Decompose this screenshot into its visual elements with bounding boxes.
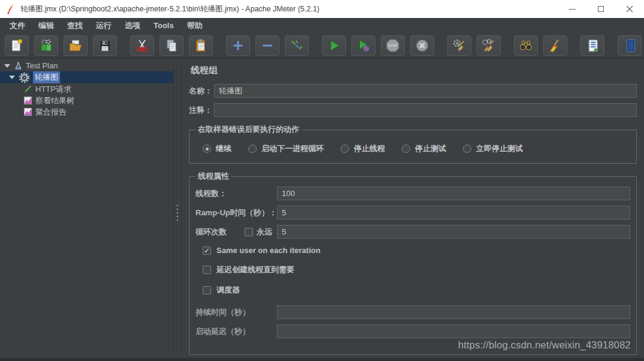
- search-reset-button[interactable]: [543, 35, 567, 56]
- function-helper-icon: [585, 38, 600, 53]
- menu-options[interactable]: 选项: [118, 19, 147, 33]
- menu-edit[interactable]: 编辑: [32, 19, 61, 33]
- menu-bar: 文件 编辑 查找 运行 选项 Tools 帮助: [0, 18, 644, 34]
- start-icon: [326, 38, 342, 53]
- page-title: 线程组: [191, 65, 637, 76]
- delayed-start-row[interactable]: 延迟创建线程直到需要: [203, 264, 631, 275]
- expand-arrow-icon[interactable]: [9, 76, 15, 79]
- radio-label: 停止线程: [354, 143, 385, 154]
- new-button[interactable]: [5, 35, 29, 56]
- menu-help[interactable]: 帮助: [180, 19, 209, 33]
- toggle-button[interactable]: [285, 35, 309, 56]
- tree-label-selected: 轮播图: [33, 71, 60, 83]
- http-sampler-icon: [23, 85, 32, 94]
- search-button[interactable]: [514, 35, 538, 56]
- plus-icon: [230, 38, 246, 53]
- copy-button[interactable]: [160, 35, 183, 56]
- same-user-row[interactable]: ✓ Same user on each iteration: [203, 246, 631, 255]
- loops-label: 循环次数: [195, 227, 245, 237]
- window-bottom-edge: [0, 358, 644, 361]
- cut-icon: [134, 38, 150, 53]
- name-label: 名称：: [189, 86, 214, 97]
- menu-run[interactable]: 运行: [89, 19, 118, 33]
- clear-all-icon: [481, 38, 496, 53]
- same-user-checkbox[interactable]: ✓: [203, 246, 211, 255]
- radio-stop-test[interactable]: 停止测试: [402, 143, 446, 154]
- radio-label: 启动下一进程循环: [261, 143, 324, 154]
- thread-properties-group: 线程属性 线程数： Ramp-Up时间（秒）： 循环次数 永远: [189, 171, 637, 355]
- threads-label: 线程数：: [195, 188, 277, 199]
- tree-item-http-request[interactable]: HTTP请求: [0, 83, 173, 95]
- tree-item-test-plan[interactable]: Test Plan: [0, 60, 173, 71]
- clipped-toolbar-button[interactable]: [618, 35, 642, 56]
- tree-label: 聚合报告: [35, 107, 67, 118]
- cut-button[interactable]: [130, 35, 154, 56]
- function-helper-button[interactable]: [580, 35, 604, 56]
- clear-all-button[interactable]: [477, 35, 501, 56]
- radio-icon: [341, 145, 349, 153]
- comment-label: 注释：: [189, 105, 214, 116]
- add-button[interactable]: [226, 35, 250, 56]
- clear-icon: [452, 38, 467, 53]
- content-area: Test Plan 轮播图: [0, 58, 644, 361]
- open-folder-icon: [68, 38, 83, 53]
- loops-input[interactable]: [277, 225, 630, 239]
- thread-properties-legend: 线程属性: [195, 171, 231, 182]
- radio-stop-test-now[interactable]: 立即停止测试: [463, 143, 523, 154]
- tree-label: Test Plan: [26, 61, 58, 70]
- paste-icon: [193, 38, 209, 53]
- delayed-start-checkbox[interactable]: [203, 266, 211, 274]
- startup-delay-input[interactable]: [277, 324, 630, 338]
- name-input[interactable]: [214, 84, 637, 98]
- menu-search[interactable]: 查找: [61, 19, 89, 33]
- csdn-watermark: https://blog.csdn.net/weixin_43918082: [458, 339, 631, 351]
- title-bar: 轮播图.jmx (D:\Springboot2.x\apache-jmeter-…: [0, 0, 644, 18]
- start-no-timers-button[interactable]: [351, 35, 375, 56]
- radio-start-next-loop[interactable]: 启动下一进程循环: [248, 143, 324, 154]
- templates-button[interactable]: [34, 35, 58, 56]
- tree-item-view-results-tree[interactable]: 察看结果树: [0, 95, 173, 106]
- open-button[interactable]: [64, 35, 88, 56]
- remove-button[interactable]: [255, 35, 279, 56]
- radio-icon: [203, 145, 211, 153]
- scheduler-checkbox[interactable]: [203, 286, 211, 294]
- panel-splitter[interactable]: [174, 58, 182, 361]
- start-button[interactable]: [322, 35, 346, 56]
- menu-tools[interactable]: Tools: [147, 19, 180, 32]
- minimize-button[interactable]: [558, 0, 586, 18]
- tree-label: 察看结果树: [35, 95, 74, 106]
- save-button[interactable]: [93, 35, 117, 56]
- reset-broom-icon: [547, 38, 563, 53]
- stop-button[interactable]: STOP: [381, 35, 405, 56]
- tree-item-aggregate-report[interactable]: 聚合报告: [0, 106, 173, 118]
- tree-item-thread-group[interactable]: 轮播图: [0, 71, 173, 83]
- duration-input[interactable]: [277, 305, 630, 319]
- clipped-icon: [622, 38, 637, 53]
- listener-chart-icon: [23, 96, 32, 105]
- scheduler-row[interactable]: 调度器: [203, 285, 631, 296]
- window-title: 轮播图.jmx (D:\Springboot2.x\apache-jmeter-…: [20, 4, 320, 14]
- clear-button[interactable]: [447, 35, 471, 56]
- expand-arrow-icon[interactable]: [4, 64, 10, 68]
- binoculars-icon: [518, 38, 534, 53]
- error-action-group: 在取样器错误后要执行的动作 继续 启动下一进程循环 停止线程: [189, 124, 637, 164]
- forever-checkbox[interactable]: [245, 228, 253, 236]
- maximize-button[interactable]: [586, 0, 615, 18]
- shutdown-button[interactable]: [410, 35, 434, 56]
- rampup-input[interactable]: [277, 206, 630, 219]
- scheduler-label: 调度器: [216, 285, 240, 296]
- tree-label: HTTP请求: [35, 84, 71, 95]
- comment-input[interactable]: [214, 103, 637, 117]
- maximize-icon: [598, 6, 604, 12]
- threads-input[interactable]: [277, 186, 630, 200]
- radio-icon: [248, 145, 257, 153]
- radio-continue[interactable]: 继续: [203, 143, 231, 154]
- start-no-timers-icon: [356, 38, 371, 53]
- radio-stop-thread[interactable]: 停止线程: [341, 143, 385, 154]
- paste-button[interactable]: [189, 35, 213, 56]
- startup-delay-label: 启动延迟（秒）: [195, 326, 277, 337]
- menu-file[interactable]: 文件: [3, 19, 32, 33]
- error-action-legend: 在取样器错误后要执行的动作: [195, 124, 302, 135]
- close-button[interactable]: [615, 0, 644, 18]
- listener-chart-icon: [23, 107, 32, 116]
